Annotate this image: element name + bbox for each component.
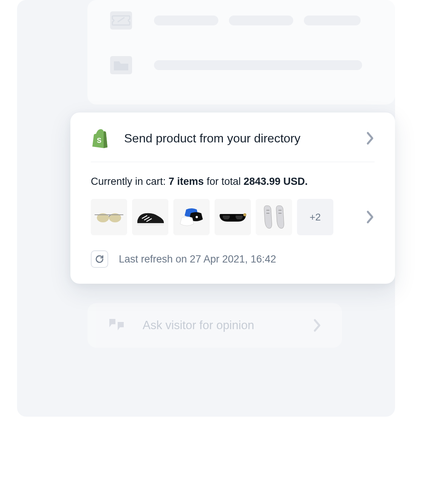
svg-text:S: S — [97, 137, 101, 144]
svg-rect-9 — [256, 199, 292, 235]
cart-for-total: for total — [207, 176, 241, 187]
refresh-row: Last refresh on 27 Apr 2021, 16:42 — [91, 250, 375, 268]
products-row: +2 — [91, 199, 375, 235]
cart-label: Currently in cart: — [91, 176, 166, 187]
quote-icon — [108, 317, 126, 333]
overflow-label: +2 — [310, 211, 321, 223]
svg-point-8 — [243, 213, 246, 216]
product-thumb-face-masks[interactable] — [173, 199, 210, 235]
ticket-icon-placeholder — [110, 11, 132, 30]
svg-point-6 — [196, 216, 198, 218]
placeholder-row-1 — [110, 11, 372, 30]
product-thumb-sunglasses-aviator[interactable] — [91, 199, 127, 235]
placeholder-pill — [154, 16, 218, 25]
cart-summary: Currently in cart: 7 items for total 284… — [91, 176, 375, 188]
cart-total: 2843.99 USD. — [244, 176, 308, 187]
folder-icon-placeholder — [110, 56, 132, 74]
placeholder-pill — [304, 16, 361, 25]
product-thumb-sneakers-silver[interactable] — [256, 199, 292, 235]
product-overflow-count[interactable]: +2 — [297, 199, 333, 235]
opinion-title: Ask visitor for opinion — [143, 319, 297, 332]
card-header[interactable]: S Send product from your directory — [91, 128, 375, 162]
refresh-button[interactable] — [91, 250, 108, 268]
product-thumb-sunglasses-shield[interactable] — [215, 199, 251, 235]
cart-items-count: 7 items — [169, 176, 204, 187]
opinion-card[interactable]: Ask visitor for opinion — [87, 303, 342, 348]
placeholder-pills-1 — [154, 16, 372, 25]
placeholder-pill — [229, 16, 293, 25]
card-title: Send product from your directory — [124, 131, 351, 145]
placeholder-row-2 — [110, 56, 372, 74]
placeholder-panel — [87, 0, 395, 105]
chevron-right-icon — [313, 319, 322, 332]
shopify-icon: S — [91, 128, 109, 148]
shopify-product-card: S Send product from your directory Curre… — [70, 112, 395, 284]
placeholder-line — [154, 60, 362, 70]
refresh-timestamp: Last refresh on 27 Apr 2021, 16:42 — [119, 253, 276, 265]
refresh-icon — [95, 254, 104, 264]
chevron-right-icon[interactable] — [366, 210, 375, 224]
product-thumb-sneaker-black[interactable] — [132, 199, 168, 235]
chevron-right-icon[interactable] — [366, 131, 375, 145]
